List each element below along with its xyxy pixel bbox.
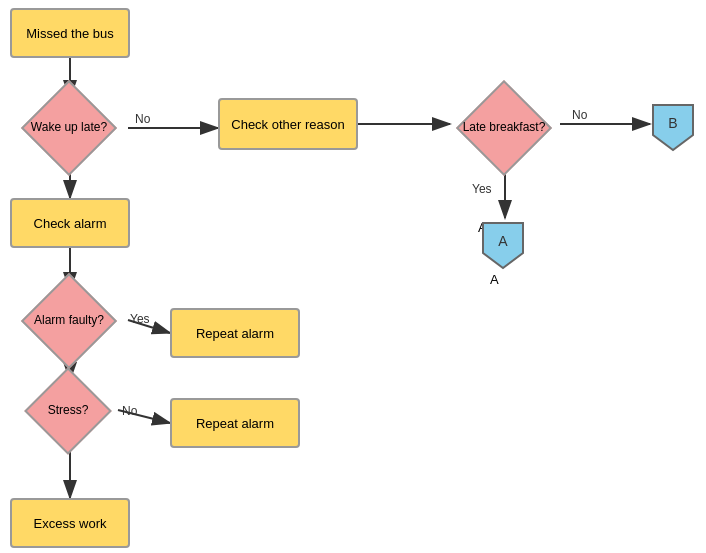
check-other-reason-label: Check other reason bbox=[231, 117, 344, 132]
missed-the-bus-label: Missed the bus bbox=[26, 26, 113, 41]
no-wake-label: No bbox=[135, 112, 150, 126]
alarm-faulty-label: Alarm faulty? bbox=[34, 313, 104, 329]
check-alarm-node: Check alarm bbox=[10, 198, 130, 248]
no-stress-label: No bbox=[122, 404, 137, 418]
offpage-a-text: A bbox=[490, 272, 499, 287]
svg-text:A: A bbox=[498, 233, 508, 249]
yes-alarm-label: Yes bbox=[130, 312, 150, 326]
repeat-alarm-2-node: Repeat alarm bbox=[170, 398, 300, 448]
alarm-faulty-node: Alarm faulty? bbox=[10, 283, 128, 359]
offpage-a-label: A bbox=[478, 220, 487, 235]
check-other-reason-node: Check other reason bbox=[218, 98, 358, 150]
svg-text:B: B bbox=[668, 115, 677, 131]
repeat-alarm-1-label: Repeat alarm bbox=[196, 326, 274, 341]
yes-late-label: Yes bbox=[472, 182, 492, 196]
excess-work-node: Excess work bbox=[10, 498, 130, 548]
no-late-label: No bbox=[572, 108, 587, 122]
repeat-alarm-1-node: Repeat alarm bbox=[170, 308, 300, 358]
wake-up-late-label: Wake up late? bbox=[31, 120, 107, 136]
svg-marker-12 bbox=[653, 105, 693, 150]
check-alarm-label: Check alarm bbox=[34, 216, 107, 231]
stress-label: Stress? bbox=[48, 403, 89, 419]
late-breakfast-node: Late breakfast? bbox=[445, 90, 563, 166]
missed-the-bus-node: Missed the bus bbox=[10, 8, 130, 58]
offpage-a: A A bbox=[478, 218, 487, 235]
svg-marker-14 bbox=[483, 223, 523, 268]
late-breakfast-label: Late breakfast? bbox=[463, 120, 546, 136]
wake-up-late-node: Wake up late? bbox=[10, 90, 128, 166]
stress-node: Stress? bbox=[18, 373, 118, 449]
repeat-alarm-2-label: Repeat alarm bbox=[196, 416, 274, 431]
excess-work-label: Excess work bbox=[34, 516, 107, 531]
